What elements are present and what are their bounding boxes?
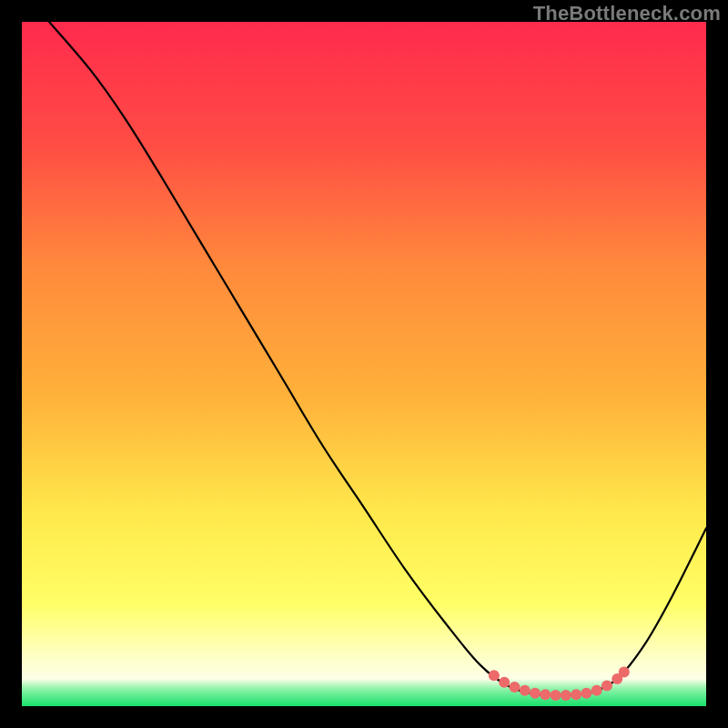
optimal-marker	[540, 689, 551, 700]
optimal-marker	[571, 689, 581, 700]
optimal-marker	[520, 685, 531, 696]
optimal-marker	[581, 688, 592, 699]
optimal-marker	[551, 690, 561, 701]
optimal-marker	[561, 690, 571, 701]
chart-frame: TheBottleneck.com	[0, 0, 728, 728]
optimal-marker	[509, 682, 520, 693]
plot-svg	[22, 22, 706, 706]
optimal-marker	[499, 677, 510, 688]
optimal-marker	[489, 670, 500, 681]
optimal-marker	[530, 688, 541, 699]
optimal-marker	[602, 680, 612, 691]
watermark-text: TheBottleneck.com	[533, 2, 721, 25]
optimal-marker	[619, 666, 630, 677]
optimal-marker	[592, 685, 602, 696]
gradient-bg	[22, 22, 706, 706]
plot-area	[22, 22, 706, 706]
